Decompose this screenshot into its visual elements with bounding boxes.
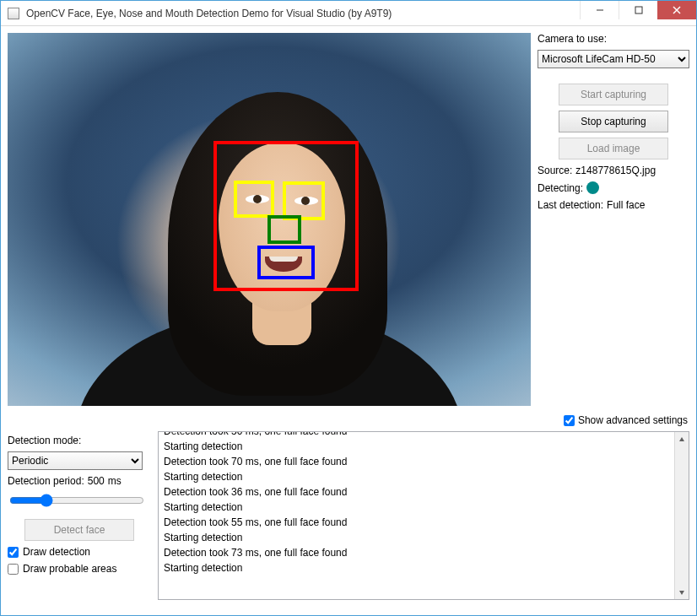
show-advanced-checkbox[interactable] — [564, 415, 575, 426]
log-pane: Detection took 50 ms, one full face foun… — [158, 431, 689, 600]
detection-box-mouth — [257, 246, 315, 279]
draw-detection-checkbox[interactable] — [8, 547, 19, 558]
source-row: Source: z148778615Q.jpg — [538, 165, 689, 176]
detection-period-value: 500 — [88, 475, 105, 487]
scroll-down-icon[interactable] — [675, 585, 689, 599]
camera-select[interactable]: Microsoft LifeCam HD-50 — [538, 50, 689, 68]
detection-period-slider[interactable] — [9, 494, 144, 507]
detection-period-label: Detection period: — [8, 475, 84, 487]
detection-mode-label: Detection mode: — [8, 435, 151, 446]
detecting-row: Detecting: — [538, 181, 689, 194]
last-detection-value: Full face — [607, 199, 645, 211]
last-detection-row: Last detection: Full face — [538, 199, 689, 211]
source-value: z148778615Q.jpg — [575, 165, 656, 176]
detection-period-unit: ms — [108, 475, 122, 487]
window-title: OpenCV Face, Eye, Nose and Mouth Detecti… — [26, 8, 580, 19]
bottom-row: Detection mode: Periodic Detection perio… — [8, 431, 689, 600]
client-area: Camera to use: Microsoft LifeCam HD-50 S… — [1, 26, 696, 615]
app-icon — [8, 8, 19, 19]
detection-box-eye-left — [234, 181, 274, 218]
draw-detection-row: Draw detection — [8, 546, 151, 558]
video-preview — [8, 33, 531, 406]
controls-panel: Detection mode: Periodic Detection perio… — [8, 431, 151, 600]
titlebar: OpenCV Face, Eye, Nose and Mouth Detecti… — [1, 1, 696, 26]
draw-probable-checkbox[interactable] — [8, 564, 19, 575]
maximize-button[interactable] — [619, 1, 657, 19]
last-detection-label: Last detection: — [538, 199, 603, 211]
svg-marker-5 — [679, 591, 684, 595]
top-row: Camera to use: Microsoft LifeCam HD-50 S… — [8, 33, 689, 406]
draw-probable-label[interactable]: Draw probable areas — [23, 563, 116, 575]
draw-probable-row: Draw probable areas — [8, 563, 151, 575]
camera-label: Camera to use: — [538, 33, 689, 45]
close-button[interactable] — [657, 1, 696, 19]
load-image-button[interactable]: Load image — [559, 138, 668, 159]
app-window: OpenCV Face, Eye, Nose and Mouth Detecti… — [0, 0, 697, 616]
detection-mode-select[interactable]: Periodic — [8, 451, 143, 470]
source-label: Source: — [538, 165, 572, 176]
scroll-up-icon[interactable] — [675, 432, 689, 446]
stop-capturing-button[interactable]: Stop capturing — [559, 111, 668, 132]
detect-face-button[interactable]: Detect face — [24, 519, 134, 541]
side-panel: Camera to use: Microsoft LifeCam HD-50 S… — [538, 33, 689, 406]
detecting-indicator-icon — [586, 181, 599, 194]
svg-rect-1 — [635, 7, 642, 14]
draw-detection-label[interactable]: Draw detection — [23, 546, 90, 558]
minimize-button[interactable] — [580, 1, 619, 19]
advanced-row: Show advanced settings — [8, 411, 689, 426]
start-capturing-button[interactable]: Start capturing — [559, 84, 668, 105]
svg-marker-4 — [679, 437, 684, 441]
detection-box-nose — [267, 215, 301, 244]
period-row: Detection period: 500 ms — [8, 475, 151, 487]
window-controls — [580, 1, 696, 19]
log-scrollbar[interactable] — [674, 432, 689, 599]
detecting-label: Detecting: — [538, 182, 583, 194]
show-advanced-label[interactable]: Show advanced settings — [578, 414, 688, 426]
log-content: Detection took 50 ms, one full face foun… — [164, 431, 672, 575]
